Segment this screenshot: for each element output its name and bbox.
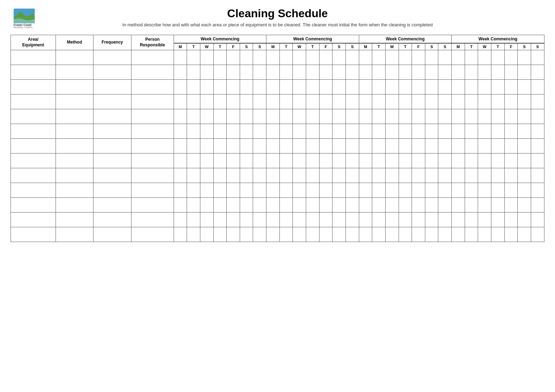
data-cell-day[interactable] <box>399 183 412 198</box>
data-cell-day[interactable] <box>227 50 240 65</box>
data-cell-day[interactable] <box>452 227 465 242</box>
data-cell-main[interactable] <box>11 80 56 94</box>
data-cell-day[interactable] <box>372 227 386 242</box>
data-cell-main[interactable] <box>56 227 93 242</box>
data-cell-day[interactable] <box>333 139 346 153</box>
data-cell-day[interactable] <box>465 198 478 213</box>
data-cell-day[interactable] <box>385 124 399 139</box>
data-cell-day[interactable] <box>518 124 531 139</box>
data-cell-day[interactable] <box>279 65 293 80</box>
data-cell-day[interactable] <box>465 109 478 124</box>
data-cell-day[interactable] <box>266 168 280 183</box>
data-cell-day[interactable] <box>333 65 346 80</box>
data-cell-day[interactable] <box>504 124 518 139</box>
data-cell-day[interactable] <box>412 213 425 227</box>
data-cell-day[interactable] <box>372 109 386 124</box>
data-cell-day[interactable] <box>319 227 333 242</box>
data-cell-day[interactable] <box>279 50 293 65</box>
data-cell-day[interactable] <box>518 94 531 109</box>
data-cell-day[interactable] <box>200 213 213 227</box>
data-cell-day[interactable] <box>187 139 200 153</box>
data-cell-day[interactable] <box>478 213 491 227</box>
data-cell-day[interactable] <box>385 109 399 124</box>
data-cell-day[interactable] <box>478 94 491 109</box>
data-cell-day[interactable] <box>200 65 213 80</box>
data-cell-day[interactable] <box>213 198 227 213</box>
data-cell-day[interactable] <box>372 94 386 109</box>
data-cell-day[interactable] <box>253 198 266 213</box>
data-cell-day[interactable] <box>293 109 306 124</box>
data-cell-day[interactable] <box>227 139 240 153</box>
data-cell-main[interactable] <box>11 227 56 242</box>
data-cell-day[interactable] <box>504 139 518 153</box>
data-cell-day[interactable] <box>346 80 359 94</box>
data-cell-day[interactable] <box>452 183 465 198</box>
data-cell-day[interactable] <box>306 213 320 227</box>
data-cell-day[interactable] <box>491 50 505 65</box>
data-cell-day[interactable] <box>266 65 280 80</box>
data-cell-day[interactable] <box>452 50 465 65</box>
data-cell-day[interactable] <box>187 124 200 139</box>
data-cell-day[interactable] <box>346 198 359 213</box>
data-cell-day[interactable] <box>174 168 187 183</box>
data-cell-day[interactable] <box>465 183 478 198</box>
data-cell-day[interactable] <box>372 65 386 80</box>
data-cell-day[interactable] <box>465 65 478 80</box>
data-cell-day[interactable] <box>213 227 227 242</box>
data-cell-main[interactable] <box>93 168 131 183</box>
data-cell-day[interactable] <box>372 153 386 168</box>
data-cell-main[interactable] <box>131 198 174 213</box>
data-cell-day[interactable] <box>227 124 240 139</box>
data-cell-day[interactable] <box>187 50 200 65</box>
data-cell-day[interactable] <box>504 50 518 65</box>
data-cell-day[interactable] <box>359 80 372 94</box>
data-cell-day[interactable] <box>187 198 200 213</box>
data-cell-day[interactable] <box>359 50 372 65</box>
data-cell-day[interactable] <box>531 168 544 183</box>
data-cell-day[interactable] <box>187 227 200 242</box>
data-cell-day[interactable] <box>504 183 518 198</box>
data-cell-day[interactable] <box>425 65 438 80</box>
data-cell-day[interactable] <box>213 80 227 94</box>
data-cell-day[interactable] <box>333 109 346 124</box>
data-cell-day[interactable] <box>333 153 346 168</box>
data-cell-day[interactable] <box>227 109 240 124</box>
data-cell-day[interactable] <box>187 183 200 198</box>
data-cell-day[interactable] <box>438 94 452 109</box>
data-cell-day[interactable] <box>279 183 293 198</box>
data-cell-day[interactable] <box>465 139 478 153</box>
data-cell-day[interactable] <box>333 213 346 227</box>
data-cell-main[interactable] <box>56 168 93 183</box>
data-cell-day[interactable] <box>385 168 399 183</box>
data-cell-day[interactable] <box>253 227 266 242</box>
data-cell-day[interactable] <box>531 198 544 213</box>
data-cell-day[interactable] <box>240 139 253 153</box>
data-cell-main[interactable] <box>131 50 174 65</box>
data-cell-day[interactable] <box>293 153 306 168</box>
data-cell-day[interactable] <box>425 124 438 139</box>
data-cell-day[interactable] <box>200 183 213 198</box>
data-cell-day[interactable] <box>504 109 518 124</box>
data-cell-day[interactable] <box>319 153 333 168</box>
data-cell-day[interactable] <box>319 139 333 153</box>
data-cell-day[interactable] <box>266 139 280 153</box>
data-cell-day[interactable] <box>213 50 227 65</box>
data-cell-day[interactable] <box>412 109 425 124</box>
data-cell-day[interactable] <box>200 139 213 153</box>
data-cell-day[interactable] <box>279 213 293 227</box>
data-cell-day[interactable] <box>518 65 531 80</box>
data-cell-day[interactable] <box>531 50 544 65</box>
data-cell-day[interactable] <box>240 94 253 109</box>
data-cell-day[interactable] <box>333 50 346 65</box>
data-cell-day[interactable] <box>531 213 544 227</box>
data-cell-main[interactable] <box>11 124 56 139</box>
data-cell-day[interactable] <box>412 168 425 183</box>
data-cell-main[interactable] <box>93 124 131 139</box>
data-cell-day[interactable] <box>187 65 200 80</box>
data-cell-day[interactable] <box>465 124 478 139</box>
data-cell-day[interactable] <box>478 109 491 124</box>
data-cell-day[interactable] <box>372 50 386 65</box>
data-cell-day[interactable] <box>174 124 187 139</box>
data-cell-day[interactable] <box>200 198 213 213</box>
data-cell-day[interactable] <box>491 227 505 242</box>
